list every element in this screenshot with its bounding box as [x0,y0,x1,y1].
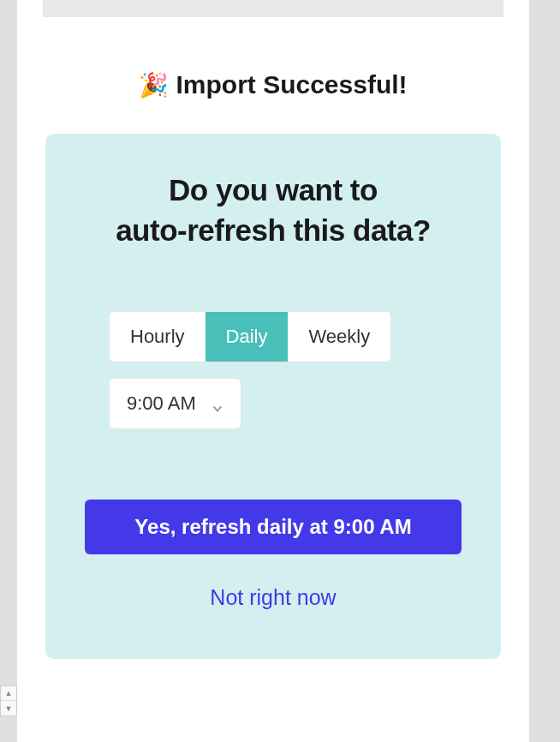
frequency-hourly-button[interactable]: Hourly [110,312,206,362]
frequency-daily-button[interactable]: Daily [206,312,289,362]
header-title: 🎉 Import Successful! [139,70,407,99]
spinner-up-button[interactable]: ▲ [1,686,16,701]
time-selected-value: 9:00 AM [127,392,196,415]
auto-refresh-panel: Do you want to auto-refresh this data? H… [45,134,501,659]
spinner-down-button[interactable]: ▼ [1,701,16,715]
confirm-refresh-button[interactable]: Yes, refresh daily at 9:00 AM [85,500,462,554]
modal-container: 🎉 Import Successful! Do you want to auto… [17,0,529,742]
spinner-controls: ▲ ▼ [0,685,17,716]
frequency-weekly-button[interactable]: Weekly [288,312,390,362]
header-section: 🎉 Import Successful! [17,17,529,134]
page-background: 🎉 Import Successful! Do you want to auto… [0,0,560,742]
header-title-text: Import Successful! [176,70,407,99]
question-text: Do you want to auto-refresh this data? [85,170,462,251]
action-buttons: Yes, refresh daily at 9:00 AM Not right … [85,500,462,610]
frequency-controls: Hourly Daily Weekly 9:00 AM [85,311,462,429]
time-dropdown[interactable]: 9:00 AM [109,378,241,429]
question-line-2: auto-refresh this data? [116,213,431,247]
question-line-1: Do you want to [169,173,378,206]
frequency-segment-group: Hourly Daily Weekly [109,311,391,362]
not-now-button[interactable]: Not right now [85,585,462,610]
chevron-down-icon [211,398,223,410]
party-popper-icon: 🎉 [139,71,169,99]
top-bar-placeholder [43,0,503,17]
